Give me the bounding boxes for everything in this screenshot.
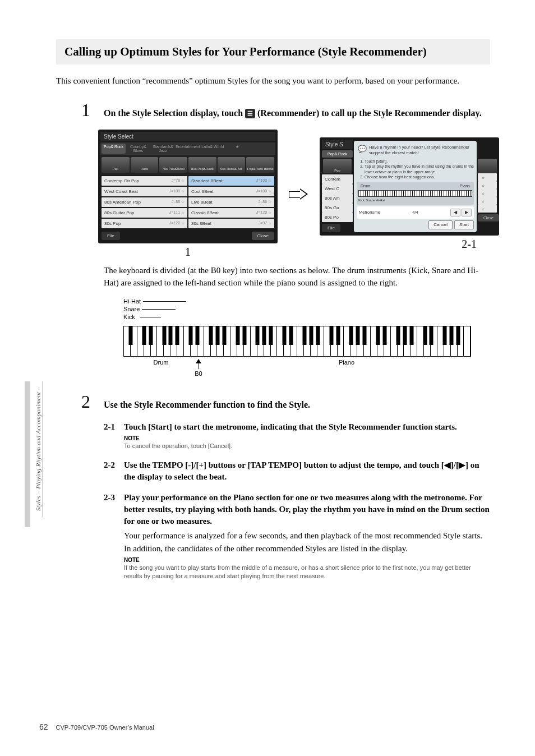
side-tab-block [25,381,30,527]
white-key [464,326,471,356]
screen-2-cat: Pop [323,159,352,173]
black-key [189,326,193,345]
tab-user [250,144,274,154]
time-sig: 4/4 [412,210,418,215]
black-key [356,326,360,345]
b0-label: B0 [195,370,202,377]
section-title-bar: Calling up Optimum Styles for Your Perfo… [56,39,490,64]
black-key [169,326,173,345]
cat-pop: Pop [102,157,130,173]
list-item: ☆ [478,173,497,181]
popup-step-1: Touch [Start]. [365,159,474,164]
substep-2-2: 2-2 Use the TEMPO [-]/[+] buttons or [TA… [104,459,490,483]
sub-2-2-num: 2-2 [104,459,118,483]
list-item: 80s 8BeatJ=97 ☆ [188,219,274,228]
list-item: ☆ [478,197,497,205]
step-2-number: 2 [81,391,93,412]
popup-steps-list: Touch [Start]. Tap or play the rhythm yo… [357,159,474,179]
sub-2-3-para: Your performance is analyzed for a few s… [124,529,490,555]
kb-drum-labels: Hi-Hat Snare Kick [123,297,490,321]
screen-2-list: Contem West C 80s Am 80s Gu 80s Po [322,174,353,222]
popup-title-row: 💬 Have a rhythm in your head? Let Style … [357,144,474,157]
substep-2-1: 2-1 Touch [Start] to start the metronome… [104,421,490,450]
recommender-popup: 💬 Have a rhythm in your head? Let Style … [354,141,477,232]
start-button: Start [454,220,474,229]
sub-2-3-head: 2-3 Play your performance on the Piano s… [104,492,490,527]
list-item: West Coast BeatJ=100 ☆ [102,187,187,196]
popup-ksh-label: Kick Snare Hi-Hat [358,199,472,203]
black-key [222,326,226,345]
list-item: 80s PopJ=120 ☆ [102,219,187,228]
popup-keys-strip [358,190,472,197]
black-key [283,326,287,345]
cat-rock: Rock [131,157,159,173]
black-key [376,326,380,345]
close-button: Close [252,232,274,240]
step-1-heading-a: On the Style Selection display, touch [104,108,245,118]
black-key [443,326,447,345]
section-title: Calling up Optimum Styles for Your Perfo… [64,45,482,59]
popup-actions: Cancel Start [357,220,474,229]
screen-1-style-list: Contemp Gtr PopJ=78 ☆Standard 8BeatJ=100… [100,175,275,229]
black-key [196,326,200,345]
black-key [316,326,320,345]
step-2-body: Use the Style Recommender function to fi… [104,399,490,414]
black-key [363,326,367,345]
tab-standards: Standards& Jazz [151,144,175,154]
sub-2-2-heading: Use the TEMPO [-]/[+] buttons or [TAP TE… [124,459,490,483]
screen-2: Style S Pop& Rock Pop Contem West C 80s … [320,137,499,236]
speech-bubble-icon: 💬 [358,145,367,154]
sub-2-2-head: 2-2 Use the TEMPO [-]/[+] buttons or [TA… [104,459,490,483]
black-key [209,326,213,345]
keyboard-diagram: Hi-Hat Snare Kick Drum B0 Piano [123,297,490,377]
cancel-button: Cancel [428,220,453,229]
black-key [256,326,260,345]
black-key [403,326,407,345]
screen-2-header: Style S [322,140,353,149]
black-key [149,326,153,345]
step-1: 1 On the Style Selection display, touch … [81,100,490,123]
screen-2-wrapper: Style S Pop& Rock Pop Contem West C 80s … [320,137,499,251]
step-1-body: On the Style Selection display, touch ☰ … [104,107,490,123]
black-key [128,326,132,345]
black-key [423,326,427,345]
popup-piano-label: Piano [460,183,470,188]
sub-2-1-heading: Touch [Start] to start the metronome, in… [124,421,490,433]
snare-label: Snare [123,305,140,313]
list-item: Live 8BeatJ=86 ☆ [188,197,274,207]
black-key [383,326,387,345]
tab-pop-rock: Pop& Rock [102,144,126,154]
screen-2-file: File [322,224,340,232]
list-item: Classic 8BeatJ=120 ☆ [188,208,274,218]
step-1-heading-b: (Recommender) to call up the Style Recom… [257,108,482,118]
black-key [176,326,179,345]
note-label: NOTE [124,435,490,441]
side-tab-text: Styles – Playing Rhythm and Accompanimen… [34,381,43,517]
tab-entertainment: Entertainment [176,144,200,154]
list-item: 80s Guitar PopJ=111 ☆ [102,208,187,218]
note-2-1-text: To cancel the operation, touch [Cancel]. [124,442,490,450]
file-button: File [102,232,120,240]
black-key [162,326,166,345]
hihat-label: Hi-Hat [123,297,141,305]
sub-2-3-num: 2-3 [104,492,118,527]
popup-title-text: Have a rhythm in your head? Let Style Re… [369,145,473,156]
black-key [242,326,246,345]
page-indicator: 1/4 [269,191,274,195]
cat-ballad: Pop&Rock Ballad [246,157,274,173]
sub-2-1-num: 2-1 [104,421,118,433]
metro-buttons: ◀ ▶ [450,209,472,216]
list-item: 80s Po [322,213,353,222]
black-key [349,326,353,345]
drum-section-label: Drum [123,359,199,366]
tab-latin: Latin& World [201,144,225,154]
screen-2-title: Style S [325,141,343,147]
tab-country: Country& Blues [126,144,150,154]
list-item: Standard 8BeatJ=100 ☆ [188,176,274,186]
black-key [396,326,400,345]
list-item: West C [322,184,353,193]
intro-paragraph: This convenient function “recommends” op… [56,75,490,87]
screen-2-callout: 2-1 [320,238,499,251]
note-label: NOTE [124,557,490,563]
cat-70s: 70s Pop&Rock [159,157,187,173]
